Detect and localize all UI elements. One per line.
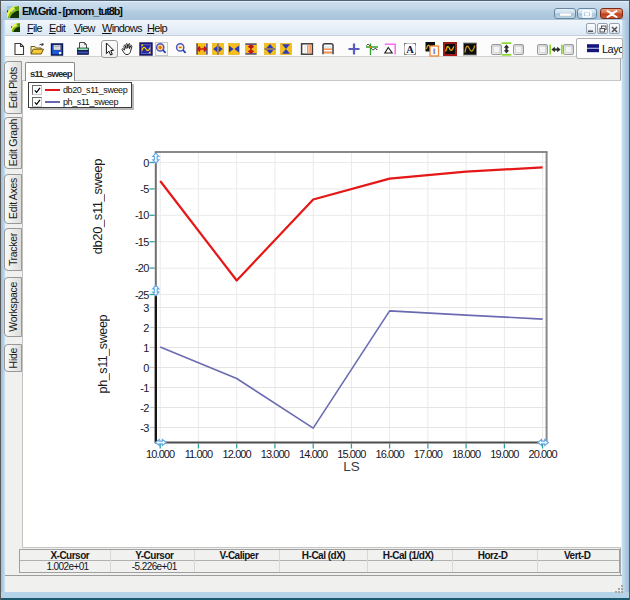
svg-text:A: A [406, 44, 414, 55]
